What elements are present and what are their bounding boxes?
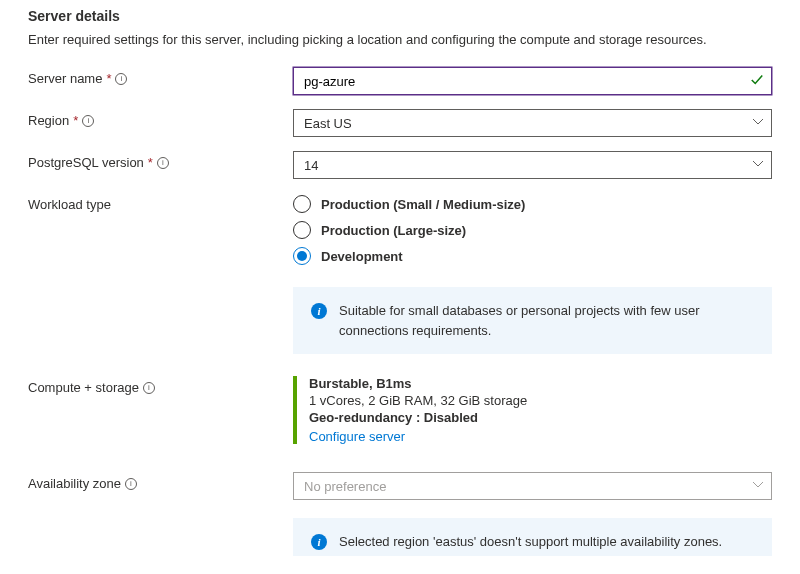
radio-production-large[interactable]: Production (Large-size) — [293, 221, 772, 239]
row-dev-banner: i Suitable for small databases or person… — [28, 287, 772, 354]
workload-radio-group: Production (Small / Medium-size) Product… — [293, 193, 772, 265]
compute-tier: Burstable, B1ms — [309, 376, 772, 391]
section-title: Server details — [28, 8, 772, 24]
required-asterisk: * — [148, 155, 153, 170]
row-region: Region * i East US — [28, 109, 772, 137]
row-availability-zone: Availability zone i No preference — [28, 472, 772, 500]
required-asterisk: * — [73, 113, 78, 128]
label-pg-version: PostgreSQL version * i — [28, 151, 293, 170]
pg-version-select[interactable]: 14 — [293, 151, 772, 179]
label-region: Region * i — [28, 109, 293, 128]
availability-zone-select: No preference — [293, 472, 772, 500]
section-description: Enter required settings for this server,… — [28, 32, 772, 47]
row-az-banner: i Selected region 'eastus' doesn't suppo… — [28, 518, 772, 556]
row-server-name: Server name * i — [28, 67, 772, 95]
server-name-input[interactable] — [293, 67, 772, 95]
label-server-name: Server name * i — [28, 67, 293, 86]
row-compute-storage: Compute + storage i Burstable, B1ms 1 vC… — [28, 376, 772, 444]
info-filled-icon: i — [311, 303, 327, 319]
compute-geo: Geo-redundancy : Disabled — [309, 410, 772, 425]
info-icon[interactable]: i — [157, 157, 169, 169]
radio-development[interactable]: Development — [293, 247, 772, 265]
region-select[interactable]: East US — [293, 109, 772, 137]
configure-server-link[interactable]: Configure server — [309, 429, 405, 444]
compute-summary: Burstable, B1ms 1 vCores, 2 GiB RAM, 32 … — [293, 376, 772, 444]
info-icon[interactable]: i — [82, 115, 94, 127]
label-workload-type: Workload type — [28, 193, 293, 212]
info-banner-az: i Selected region 'eastus' doesn't suppo… — [293, 518, 772, 556]
radio-production-small[interactable]: Production (Small / Medium-size) — [293, 195, 772, 213]
info-icon[interactable]: i — [115, 73, 127, 85]
radio-circle-icon — [293, 221, 311, 239]
info-banner-dev: i Suitable for small databases or person… — [293, 287, 772, 354]
row-pg-version: PostgreSQL version * i 14 — [28, 151, 772, 179]
info-icon[interactable]: i — [125, 478, 137, 490]
row-workload-type: Workload type Production (Small / Medium… — [28, 193, 772, 265]
info-filled-icon: i — [311, 534, 327, 550]
label-compute-storage: Compute + storage i — [28, 376, 293, 395]
required-asterisk: * — [106, 71, 111, 86]
info-icon[interactable]: i — [143, 382, 155, 394]
radio-circle-icon — [293, 195, 311, 213]
radio-circle-icon — [293, 247, 311, 265]
compute-spec: 1 vCores, 2 GiB RAM, 32 GiB storage — [309, 393, 772, 408]
label-availability-zone: Availability zone i — [28, 472, 293, 491]
